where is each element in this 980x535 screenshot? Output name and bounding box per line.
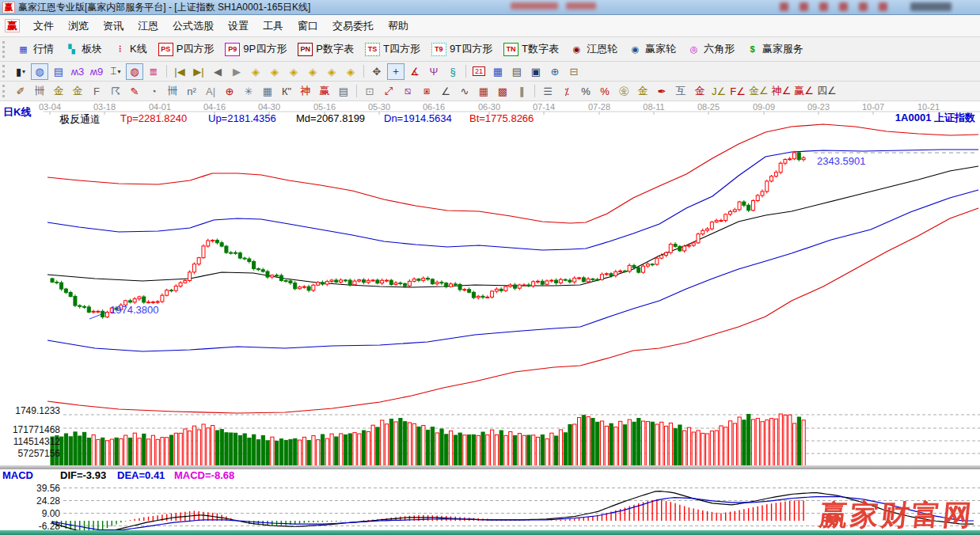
toolbar-shen-angle[interactable]: 神∠ (771, 83, 792, 100)
toolbar-gold-grid-1[interactable]: 金 (50, 83, 67, 100)
toolbar-fan-box-2[interactable]: ⧆ (418, 83, 435, 100)
toolbar-n-square-tool[interactable]: n² (183, 83, 200, 100)
toolbar-hexagon[interactable]: ◎六角形 (682, 40, 740, 59)
toolbar-notes[interactable]: ▤ (508, 63, 526, 80)
toolbar-gann-pattern-tool[interactable]: Ψ (425, 63, 443, 80)
toolbar-nav-prev[interactable]: ◀ (209, 63, 226, 80)
toolbar-nav-next[interactable]: ▶ (228, 63, 245, 80)
toolbar-gold-angle[interactable]: 金∠ (748, 83, 769, 100)
menu-窗口[interactable]: 窗口 (291, 17, 325, 36)
toolbar-fan-box[interactable]: ⧅ (399, 83, 416, 100)
menu-文件[interactable]: 文件 (26, 17, 61, 36)
toolbar-remote-pc[interactable]: ⊟ (565, 63, 583, 80)
toolbar-quotes[interactable]: ▦行情 (11, 40, 59, 59)
toolbar-ying-tool[interactable]: 赢 (316, 83, 333, 100)
toolbar-price-ladder[interactable]: ☰ (539, 83, 556, 100)
toolbar-sectors[interactable]: ▚板块 (59, 40, 108, 59)
toolbar-9p-square[interactable]: P99P四方形 (219, 40, 292, 59)
toolbar-box-measure[interactable]: ⊡ (361, 83, 378, 100)
toolbar-gold-grid-2[interactable]: 金 (69, 83, 86, 100)
toolbar-red-compass[interactable]: ✎ (126, 83, 143, 100)
toolbar-grid-red[interactable]: ▦ (475, 83, 492, 100)
toolbar-9t-square[interactable]: T99T四方形 (426, 40, 498, 59)
toolbar-star-grid[interactable]: ✳ (240, 83, 257, 100)
menu-设置[interactable]: 设置 (221, 17, 256, 36)
toolbar-winner-service[interactable]: $赢家服务 (740, 40, 809, 59)
toolbar-compass-tool[interactable]: ✐ (12, 83, 29, 100)
menu-工具[interactable]: 工具 (256, 17, 291, 36)
toolbar-gold-underline[interactable]: 金 (634, 83, 651, 100)
toolbar-hu-tool[interactable]: 互 (672, 83, 689, 100)
toolbar-candle-period-dropdown[interactable]: ▮▾ (12, 63, 29, 80)
toolbar-crosshair-tool[interactable]: ＋ (387, 63, 405, 80)
menu-资讯[interactable]: 资讯 (96, 17, 131, 36)
toolbar-ruler-123[interactable]: ▤ (335, 83, 352, 100)
toolbar-circle-cross[interactable]: ⊕ (221, 83, 238, 100)
toolbar-gold-circle[interactable]: ㊎ (615, 83, 632, 100)
toolbar-nav-last[interactable]: ▶| (190, 63, 207, 80)
toolbar-fan-lines[interactable]: ∠ (437, 83, 454, 100)
toolbar-web-update[interactable]: ⊕ (546, 63, 564, 80)
toolbar-j-angle[interactable]: J∠ (710, 83, 727, 100)
toolbar-info-panel[interactable]: ▤ (50, 63, 67, 80)
toolbar-diamond-left[interactable]: ◈ (247, 63, 264, 80)
toolbar-f-angle[interactable]: F∠ (729, 83, 746, 100)
toolbar-volume-profile[interactable]: ≣ (145, 63, 162, 80)
toolbar-wave-3-tool[interactable]: ʍ3 (69, 63, 86, 80)
toolbar-diamond-hspan[interactable]: ◈ (285, 63, 302, 80)
toolbar-nav-first[interactable]: |◀ (171, 63, 188, 80)
toolbar-candle-style-dropdown[interactable]: ⌶▾ (107, 63, 124, 80)
toolbar-spiral-tool[interactable]: ☈ (107, 83, 124, 100)
toolbar-winner-wheel[interactable]: ◉赢家轮 (623, 40, 682, 59)
toolbar-clock-tool[interactable]: ◔ (145, 83, 162, 100)
toolbar-a-line-tool[interactable]: A| (202, 83, 219, 100)
toolbar-si-angle[interactable]: 四∠ (816, 83, 838, 100)
toolbar-k-quote-tool[interactable]: К" (278, 83, 295, 100)
toolbar-save[interactable]: ▣ (527, 63, 545, 80)
toolbar-t-number[interactable]: TNT数字表 (498, 40, 564, 59)
toolbar-hand-tool[interactable]: ✥ (368, 63, 386, 80)
toolbar-spiral-pattern-tool[interactable]: § (444, 63, 462, 80)
toolbar-parallel-lines[interactable]: ∥ (513, 83, 530, 100)
toolbar-p-square[interactable]: PSP四方形 (153, 40, 220, 59)
toolbar-comb-tool-2[interactable]: 卌 (164, 83, 181, 100)
toolbar-diamond-star[interactable]: ◈ (323, 63, 340, 80)
chart-area[interactable]: 日K线 1A0001 上证指数 03-0403-1804-0104-1604-3… (0, 101, 980, 535)
toolbar-band-red-tool[interactable]: ◍ (126, 63, 143, 80)
toolbar-gann-wheel[interactable]: ◉江恩轮 (564, 40, 623, 59)
toolbar-t-square[interactable]: TST四方形 (359, 40, 426, 59)
p-square-icon: PS (158, 43, 173, 56)
toolbar-zigzag-tool[interactable]: ∿ (456, 83, 473, 100)
toolbar-percent-tool[interactable]: % (577, 83, 594, 100)
toolbar-grid-arrow[interactable]: ▩ (494, 83, 511, 100)
toolbar-f-comb-tool[interactable]: F (88, 83, 105, 100)
date-tick-label: 04-01 (149, 102, 171, 112)
menu-江恩[interactable]: 江恩 (131, 17, 165, 36)
toolbar-calendar[interactable]: 21 (470, 63, 488, 80)
toolbar-ying-angle[interactable]: 赢∠ (793, 83, 815, 100)
p-number-icon: PN (298, 43, 313, 56)
toolbar-grid-box[interactable]: ▦ (259, 83, 276, 100)
toolbar-percent-under[interactable]: % (596, 83, 613, 100)
toolbar-comb-tool[interactable]: 卌 (31, 83, 48, 100)
toolbar-calculator[interactable]: ▦ (489, 63, 507, 80)
menu-交易委托[interactable]: 交易委托 (325, 17, 381, 36)
toolbar-kline[interactable]: ⫶K线 (108, 40, 153, 59)
blurred-icon (780, 2, 788, 11)
toolbar-angle-tool[interactable]: ∡ (406, 63, 424, 80)
toolbar-p-number[interactable]: PNP数字表 (292, 40, 359, 59)
menu-公式选股[interactable]: 公式选股 (165, 17, 221, 36)
toolbar-diamond-center[interactable]: ◈ (342, 63, 359, 80)
toolbar-gold-line-red[interactable]: 金 (691, 83, 708, 100)
toolbar-diamond-right[interactable]: ◈ (266, 63, 283, 80)
9t-square-icon: T9 (431, 43, 446, 56)
toolbar-shen-tool[interactable]: 神 (297, 83, 314, 100)
toolbar-percent-line[interactable]: ⁒ (558, 83, 575, 100)
menu-帮助[interactable]: 帮助 (381, 17, 416, 36)
toolbar-pattern-blue-tool[interactable]: ◍ (31, 63, 48, 80)
toolbar-red-pen[interactable]: ✒ (653, 83, 670, 100)
toolbar-wave-9-tool[interactable]: ʍ9 (88, 63, 105, 80)
menu-浏览[interactable]: 浏览 (61, 17, 96, 36)
toolbar-red-fan[interactable]: ⤢ (380, 83, 397, 100)
toolbar-diamond-cross[interactable]: ◈ (304, 63, 321, 80)
